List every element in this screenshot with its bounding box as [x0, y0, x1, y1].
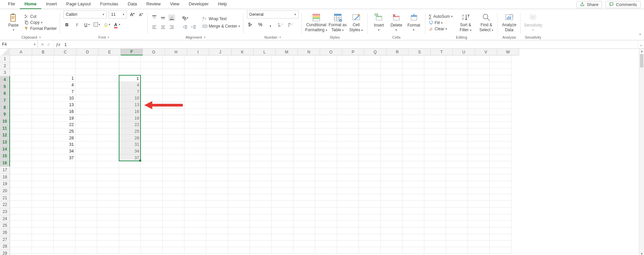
cell-K27[interactable] — [228, 227, 250, 234]
cell-D7[interactable] — [75, 95, 97, 102]
cell-C17[interactable] — [54, 161, 75, 168]
cell-T3[interactable] — [424, 69, 446, 75]
cell-V8[interactable] — [468, 102, 490, 109]
cell-L13[interactable] — [250, 135, 272, 141]
scroll-thumb[interactable] — [640, 54, 643, 68]
cell-J28[interactable] — [206, 234, 228, 241]
cell-B15[interactable] — [32, 148, 54, 155]
cell-J12[interactable] — [206, 128, 228, 135]
cell-L20[interactable] — [250, 181, 272, 188]
cell-K8[interactable] — [228, 102, 250, 109]
cell-R3[interactable] — [381, 69, 402, 75]
cell-K21[interactable] — [228, 188, 250, 195]
row-header-17[interactable]: 17 — [0, 167, 10, 174]
cell-K12[interactable] — [228, 128, 250, 135]
cell-W2[interactable] — [490, 62, 512, 69]
cell-L19[interactable] — [250, 174, 272, 181]
cell-I18[interactable] — [184, 168, 206, 175]
cell-U12[interactable] — [446, 128, 468, 135]
cell-W13[interactable] — [490, 135, 512, 141]
cell-Q27[interactable] — [359, 227, 381, 234]
cell-N13[interactable] — [293, 135, 315, 141]
cell-A6[interactable] — [10, 88, 32, 95]
cell-B28[interactable] — [32, 234, 54, 241]
cell-I26[interactable] — [184, 221, 206, 227]
cell-D21[interactable] — [75, 188, 97, 195]
row-header-15[interactable]: 15 — [0, 153, 10, 160]
cell-S1[interactable] — [402, 55, 424, 62]
cell-W14[interactable] — [490, 141, 512, 148]
cell-I5[interactable] — [184, 82, 206, 89]
collapse-ribbon-button[interactable]: ⌃ — [636, 9, 644, 40]
cell-R30[interactable] — [381, 247, 402, 254]
cell-E13[interactable] — [97, 135, 119, 141]
cell-W25[interactable] — [490, 214, 512, 221]
cell-B13[interactable] — [32, 135, 54, 141]
cell-O11[interactable] — [315, 122, 337, 128]
cell-P3[interactable] — [337, 69, 359, 75]
cell-I8[interactable] — [184, 102, 206, 109]
row-header-23[interactable]: 23 — [0, 208, 10, 215]
cell-G11[interactable] — [141, 122, 163, 128]
cell-N12[interactable] — [293, 128, 315, 135]
cell-K10[interactable] — [228, 115, 250, 122]
cell-N14[interactable] — [293, 141, 315, 148]
cell-C26[interactable] — [54, 221, 75, 227]
cell-Q6[interactable] — [359, 88, 381, 95]
cell-P12[interactable] — [337, 128, 359, 135]
cell-B29[interactable] — [32, 241, 54, 247]
cell-J19[interactable] — [206, 174, 228, 181]
cell-I13[interactable] — [184, 135, 206, 141]
cell-V6[interactable] — [468, 88, 490, 95]
cell-I21[interactable] — [184, 188, 206, 195]
cell-R8[interactable] — [381, 102, 402, 109]
cell-A14[interactable] — [10, 141, 32, 148]
borders-button[interactable]: ▾ — [94, 21, 100, 28]
cell-K18[interactable] — [228, 168, 250, 175]
cell-C12[interactable]: 25 — [54, 128, 75, 135]
cell-O21[interactable] — [315, 188, 337, 195]
font-size-select[interactable]: 11▾ — [109, 10, 127, 18]
cell-H16[interactable] — [163, 155, 184, 161]
cell-H18[interactable] — [163, 168, 184, 175]
merge-center-button[interactable]: Merge & Center ▾ — [203, 24, 240, 29]
cell-O6[interactable] — [315, 88, 337, 95]
row-header-27[interactable]: 27 — [0, 236, 10, 243]
cell-B22[interactable] — [32, 194, 54, 201]
cell-M9[interactable] — [272, 109, 293, 115]
cell-R25[interactable] — [381, 214, 402, 221]
cell-E10[interactable] — [97, 115, 119, 122]
cell-C7[interactable]: 10 — [54, 95, 75, 102]
cell-D19[interactable] — [75, 174, 97, 181]
col-header-K[interactable]: K — [231, 49, 254, 55]
row-header-12[interactable]: 12 — [0, 132, 10, 139]
cell-K16[interactable] — [228, 155, 250, 161]
cell-J3[interactable] — [206, 69, 228, 75]
scroll-up-icon[interactable]: ▴ — [639, 49, 644, 53]
cell-B16[interactable] — [32, 155, 54, 161]
cell-P11[interactable] — [337, 122, 359, 128]
cell-F24[interactable] — [119, 208, 141, 214]
cell-M14[interactable] — [272, 141, 293, 148]
cell-Q22[interactable] — [359, 194, 381, 201]
cell-W7[interactable] — [490, 95, 512, 102]
cell-F9[interactable]: 16 — [119, 109, 141, 115]
cell-M22[interactable] — [272, 194, 293, 201]
cell-I16[interactable] — [184, 155, 206, 161]
cell-S7[interactable] — [402, 95, 424, 102]
cell-T27[interactable] — [424, 227, 446, 234]
cell-I1[interactable] — [184, 55, 206, 62]
cell-L28[interactable] — [250, 234, 272, 241]
cell-C8[interactable]: 13 — [54, 102, 75, 109]
cell-D15[interactable] — [75, 148, 97, 155]
cell-D14[interactable] — [75, 141, 97, 148]
cell-L25[interactable] — [250, 214, 272, 221]
cell-P2[interactable] — [337, 62, 359, 69]
cell-T29[interactable] — [424, 241, 446, 247]
cell-U15[interactable] — [446, 148, 468, 155]
cell-V23[interactable] — [468, 201, 490, 208]
cell-U11[interactable] — [446, 122, 468, 128]
cell-G26[interactable] — [141, 221, 163, 227]
col-header-Q[interactable]: Q — [364, 49, 386, 55]
cell-R26[interactable] — [381, 221, 402, 227]
